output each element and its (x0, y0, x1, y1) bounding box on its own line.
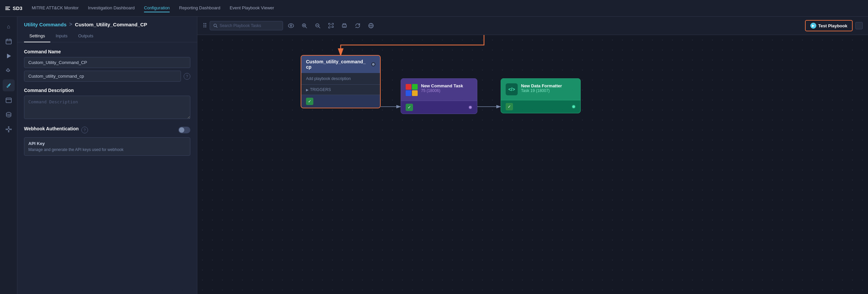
svg-line-18 (216, 26, 217, 27)
command-alias-input[interactable] (24, 71, 181, 81)
sidebar-icon-tools[interactable] (3, 79, 15, 91)
svg-point-12 (10, 129, 11, 130)
command-name-section: Command Name ? (24, 49, 190, 81)
breadcrumb-separator: > (69, 21, 72, 27)
svg-rect-30 (343, 26, 346, 27)
webhook-api-title: API Key (28, 141, 186, 146)
sidebar-icon-calendar2[interactable] (3, 94, 15, 106)
tab-settings[interactable]: Settings (24, 31, 50, 42)
globe-icon-btn[interactable] (366, 20, 376, 31)
formatter-node-footer: ✓ (501, 100, 580, 113)
app-logo: SD3 (5, 5, 22, 11)
webhook-api-desc: Manage and generate the API keys used fo… (28, 147, 186, 152)
formatter-node-sub: Task 19 (18007) (521, 88, 562, 93)
breadcrumb-current: Custom_Utility_Command_CP (75, 22, 147, 27)
formatter-node-check-badge: ✓ (506, 103, 513, 110)
start-node-desc: Add playbook description (301, 73, 380, 84)
command-node-sub: 75 (18006) (421, 88, 463, 93)
topnav: SD3 MITRE ATT&CK Monitor Investigation D… (0, 0, 868, 17)
webhook-header: Webhook Authentication ? (24, 126, 190, 134)
command-node-check-badge: ✓ (406, 104, 413, 111)
search-icon (213, 23, 218, 28)
svg-point-7 (6, 112, 11, 115)
canvas-toolbar: ⠿ (197, 17, 868, 35)
stop-button[interactable] (855, 22, 863, 29)
topnav-configuration[interactable]: Configuration (144, 4, 170, 12)
start-node-title: Custom_utility_command_cp (306, 59, 366, 70)
webhook-toggle[interactable] (178, 127, 190, 133)
command-node-text: New Command Task 75 (18006) (421, 83, 463, 93)
windows-icon (406, 84, 418, 96)
svg-line-22 (305, 27, 307, 28)
command-node-connector-right (468, 105, 472, 109)
breadcrumb: Utility Commands > Custom_Utility_Comman… (17, 17, 197, 31)
sidebar-icon-puzzle[interactable] (3, 65, 15, 77)
fit-icon-btn[interactable] (326, 20, 336, 31)
form-body: Command Name ? Command Description Webho… (17, 42, 197, 162)
command-node-inner: New Command Task 75 (18006) (401, 79, 477, 101)
webhook-help-icon[interactable]: ? (81, 127, 88, 133)
formatter-node-text: New Data Formatter Task 19 (18007) (521, 83, 562, 93)
topnav-links: MITRE ATT&CK Monitor Investigation Dashb… (32, 4, 274, 12)
start-node-connector (371, 62, 375, 66)
refresh-icon-btn[interactable] (352, 20, 363, 31)
command-node-footer: ✓ (401, 101, 477, 114)
eye-icon-btn[interactable] (286, 20, 296, 31)
webhook-section: Webhook Authentication ? API Key Manage … (24, 126, 190, 156)
search-box (210, 21, 283, 30)
svg-point-10 (8, 131, 9, 132)
zoom-in-icon-btn[interactable] (299, 20, 310, 31)
tabs: Settings Inputs Outputs (17, 31, 197, 42)
topnav-reporting[interactable]: Reporting Dashboard (179, 4, 220, 12)
drag-handle-icon[interactable]: ⠿ (203, 22, 207, 29)
sidebar-icon-calendar[interactable] (3, 35, 15, 47)
main-layout: ⌂ Utility Commands > Custom_Utility_Comm… (0, 17, 868, 294)
formatter-node-title: New Data Formatter (521, 83, 562, 88)
webhook-label: Webhook Authentication (24, 126, 79, 131)
command-node-title: New Command Task (421, 83, 463, 88)
start-node-trigger[interactable]: ▶ TRIGGERS (301, 84, 380, 95)
canvas-connections (197, 35, 868, 294)
svg-line-26 (319, 27, 320, 28)
breadcrumb-link[interactable]: Utility Commands (24, 22, 67, 27)
svg-point-8 (8, 128, 10, 130)
svg-point-20 (290, 25, 292, 27)
play-icon: ▶ (810, 23, 816, 29)
sidebar-icon-network[interactable] (3, 123, 15, 135)
canvas-area[interactable]: Custom_utility_command_cp Add playbook d… (197, 35, 868, 294)
svg-point-11 (6, 129, 7, 130)
svg-marker-4 (7, 54, 11, 58)
svg-rect-0 (6, 39, 11, 44)
test-playbook-button[interactable]: ▶ Test Playbook (805, 20, 852, 31)
code-icon: </> (506, 83, 518, 95)
topnav-event-playbook[interactable]: Event Playbook Viewer (230, 4, 274, 12)
search-input[interactable] (220, 23, 279, 28)
zoom-out-icon-btn[interactable] (312, 20, 323, 31)
right-panel: ⠿ (197, 17, 868, 294)
test-playbook-label: Test Playbook (818, 23, 847, 28)
sidebar-icon-home[interactable]: ⌂ (3, 21, 15, 33)
sidebar-icon-database[interactable] (3, 109, 15, 121)
topnav-investigation[interactable]: Investigation Dashboard (88, 4, 135, 12)
webhook-api-box: API Key Manage and generate the API keys… (24, 137, 190, 156)
start-node-footer: ✓ (301, 95, 380, 108)
command-name-input[interactable] (24, 57, 190, 68)
start-node-check-badge: ✓ (306, 98, 313, 105)
tab-inputs[interactable]: Inputs (50, 31, 73, 42)
svg-point-9 (8, 127, 9, 128)
command-task-node[interactable]: New Command Task 75 (18006) ✓ (401, 78, 477, 114)
svg-rect-28 (330, 24, 332, 27)
formatter-node-inner: </> New Data Formatter Task 19 (18007) (501, 79, 580, 100)
start-node-trigger-label: TRIGGERS (310, 87, 331, 92)
formatter-node-connector (572, 105, 576, 109)
svg-point-19 (288, 24, 294, 28)
command-name-label: Command Name (24, 49, 190, 54)
formatter-node[interactable]: </> New Data Formatter Task 19 (18007) ✓ (501, 78, 581, 113)
command-desc-textarea[interactable] (24, 96, 190, 119)
tab-outputs[interactable]: Outputs (73, 31, 99, 42)
start-node[interactable]: Custom_utility_command_cp Add playbook d… (301, 55, 381, 108)
sidebar-icon-play[interactable] (3, 50, 15, 62)
print-icon-btn[interactable] (339, 20, 350, 31)
command-alias-help-icon[interactable]: ? (184, 73, 190, 80)
topnav-mitre[interactable]: MITRE ATT&CK Monitor (32, 4, 79, 12)
